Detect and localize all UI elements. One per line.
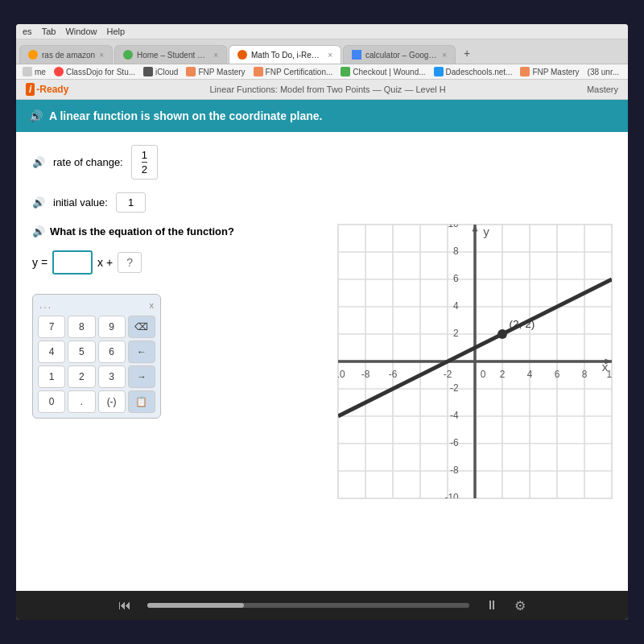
calculator: ... x 7 8 9 ⌫ 4 5 6 ← 1 2 3 xyxy=(32,294,161,419)
calc-9[interactable]: 9 xyxy=(98,316,126,338)
bookmark-fnp1[interactable]: FNP Mastery xyxy=(186,67,245,76)
speaker-icon-eq[interactable]: 🔊 xyxy=(32,225,45,237)
svg-text:4: 4 xyxy=(453,300,459,312)
menu-item-window[interactable]: Window xyxy=(65,27,97,36)
svg-text:10: 10 xyxy=(606,369,612,380)
content-area: 🔊 A linear function is shown on the coor… xyxy=(16,100,628,591)
tab-close-icon[interactable]: × xyxy=(99,51,104,60)
calc-2[interactable]: 2 xyxy=(68,365,95,388)
svg-text:4: 4 xyxy=(527,369,533,380)
svg-text:y: y xyxy=(483,225,489,238)
bookmark-email[interactable]: (38 unr... xyxy=(588,68,619,76)
calc-dots: ... xyxy=(39,299,52,311)
equation-constant-box[interactable]: ? xyxy=(118,252,142,273)
equation-x-plus: x + xyxy=(97,256,113,269)
speaker-icon-roc[interactable]: 🔊 xyxy=(32,156,45,168)
calc-negate[interactable]: (-) xyxy=(98,390,126,413)
calc-grid: 7 8 9 ⌫ 4 5 6 ← 1 2 3 → 0 . (-) xyxy=(38,316,155,413)
svg-text:8: 8 xyxy=(453,246,459,257)
question-header-text: A linear function is shown on the coordi… xyxy=(49,109,322,122)
calc-3[interactable]: 3 xyxy=(98,365,126,388)
speaker-icon-iv[interactable]: 🔊 xyxy=(32,196,45,208)
calc-5[interactable]: 5 xyxy=(68,341,95,363)
calc-right-arrow[interactable]: → xyxy=(128,365,155,388)
calc-1[interactable]: 1 xyxy=(38,365,65,388)
rate-of-change-label: rate of change: xyxy=(53,156,123,168)
svg-text:6: 6 xyxy=(555,369,560,380)
bookmark-fnp2[interactable]: FNP Mastery xyxy=(520,67,579,76)
calc-backspace[interactable]: ⌫ xyxy=(128,316,155,338)
calc-0[interactable]: 0 xyxy=(38,390,65,413)
initial-value-box: 1 xyxy=(116,192,146,213)
calc-7[interactable]: 7 xyxy=(38,316,65,338)
fraction-numerator: 1 xyxy=(142,149,147,163)
settings-button[interactable]: ⚙ xyxy=(514,598,526,613)
initial-value-row: 🔊 initial value: 1 xyxy=(32,192,306,213)
iready-nav-bar: i-Ready Linear Functions: Model from Two… xyxy=(16,80,628,100)
question-header: 🔊 A linear function is shown on the coor… xyxy=(16,100,628,132)
play-pause-button[interactable]: ⏸ xyxy=(485,598,498,613)
svg-text:-10: -10 xyxy=(338,369,345,380)
calc-left-arrow[interactable]: ← xyxy=(128,341,155,363)
svg-text:-8: -8 xyxy=(361,369,370,380)
bookmark-dade[interactable]: Dadeschools.net... xyxy=(434,67,513,76)
mastery-label: Mastery xyxy=(587,85,618,94)
progress-bar-fill xyxy=(147,603,244,608)
calc-copy[interactable]: 📋 xyxy=(128,390,155,413)
menu-item-tab[interactable]: Tab xyxy=(42,27,56,36)
svg-text:(2, 2): (2, 2) xyxy=(510,318,535,330)
svg-text:2: 2 xyxy=(453,328,459,339)
bookmark-me[interactable]: me xyxy=(23,67,46,76)
tab-iready[interactable]: Math To Do, i-Ready × xyxy=(229,45,341,64)
initial-value-label: initial value: xyxy=(53,196,108,208)
screen: es Tab Window Help ras de amazon × Home … xyxy=(16,24,628,620)
calc-6[interactable]: 6 xyxy=(98,341,126,363)
menu-item-es[interactable]: es xyxy=(23,27,32,36)
calc-close-button[interactable]: x xyxy=(150,300,155,310)
browser-tab-bar: ras de amazon × Home – Student Portal × … xyxy=(16,39,628,64)
tab-close-icon[interactable]: × xyxy=(442,51,447,60)
svg-text:0: 0 xyxy=(481,369,486,380)
bookmark-classdojo[interactable]: ClassDojo for Stu... xyxy=(54,67,135,76)
calc-4[interactable]: 4 xyxy=(38,341,65,363)
bookmark-checkout[interactable]: Checkout | Wound... xyxy=(341,67,425,76)
bookmark-icloud[interactable]: iCloud xyxy=(143,67,178,76)
svg-text:10: 10 xyxy=(448,225,459,229)
svg-marker-25 xyxy=(473,225,478,232)
right-panel: x y -10 -8 -6 -2 2 4 6 8 10 0 xyxy=(322,132,628,591)
tab-close-icon[interactable]: × xyxy=(328,51,332,60)
svg-text:2: 2 xyxy=(500,369,506,380)
equation-question: 🔊 What is the equation of the function? xyxy=(32,225,306,237)
tab-amazon[interactable]: ras de amazon × xyxy=(19,45,113,64)
calc-header: ... x xyxy=(38,299,155,311)
new-tab-button[interactable]: + xyxy=(457,43,477,64)
svg-text:-10: -10 xyxy=(444,492,459,498)
progress-bar-container xyxy=(147,603,469,608)
calc-decimal[interactable]: . xyxy=(68,390,95,413)
menu-item-help[interactable]: Help xyxy=(107,27,126,36)
svg-text:-6: -6 xyxy=(389,369,398,380)
equation-coefficient-input[interactable] xyxy=(52,250,93,275)
calc-8[interactable]: 8 xyxy=(68,316,95,338)
quiz-title: Linear Functions: Model from Two Points … xyxy=(209,85,445,94)
svg-text:-8: -8 xyxy=(450,464,459,476)
svg-text:8: 8 xyxy=(582,369,588,380)
tab-calculator[interactable]: calculator – Google Search × xyxy=(343,45,456,64)
svg-text:-2: -2 xyxy=(444,369,452,380)
rate-of-change-value: 1 2 xyxy=(131,145,158,180)
rate-of-change-row: 🔊 rate of change: 1 2 xyxy=(32,145,306,180)
skip-back-button[interactable]: ⏮ xyxy=(118,598,131,613)
tab-close-icon[interactable]: × xyxy=(213,51,218,60)
menu-bar: es Tab Window Help xyxy=(16,24,628,39)
speaker-icon[interactable]: 🔊 xyxy=(29,109,43,122)
fraction-denominator: 2 xyxy=(142,163,147,175)
bookmark-fnpcert[interactable]: FNP Certification... xyxy=(254,67,333,76)
bottom-bar: ⏮ ⏸ ⚙ xyxy=(16,591,628,620)
bookmarks-bar: me ClassDojo for Stu... iCloud FNP Maste… xyxy=(16,64,628,80)
question-body: 🔊 rate of change: 1 2 🔊 initial value: 1 xyxy=(16,132,628,591)
initial-value: 1 xyxy=(128,196,134,208)
coordinate-plane: x y -10 -8 -6 -2 2 4 6 8 10 0 xyxy=(338,225,612,498)
tab-portal[interactable]: Home – Student Portal × xyxy=(114,45,227,64)
equation-prefix: y = xyxy=(32,256,47,269)
svg-text:-2: -2 xyxy=(450,382,459,394)
